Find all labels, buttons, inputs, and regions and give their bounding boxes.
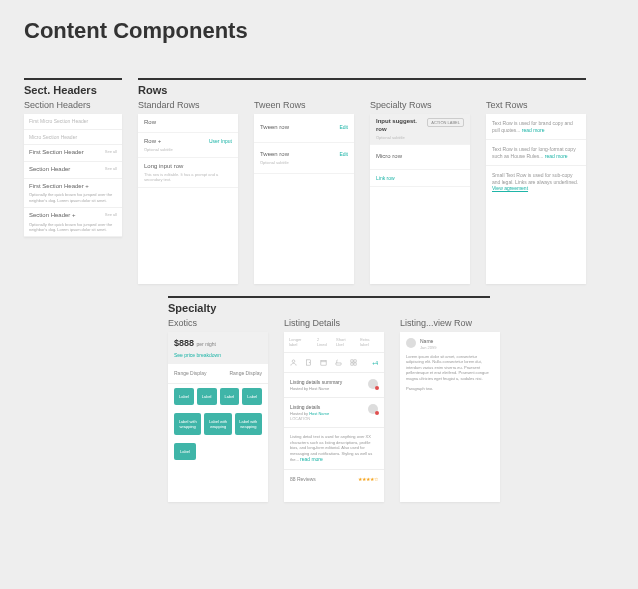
action-button[interactable]: ACTION LABEL [427, 118, 464, 127]
exotics-sub: Exotics [168, 318, 268, 328]
standard-rows-col: Standard Rows Row User InputRow +Optiona… [138, 100, 238, 284]
host-avatar [368, 379, 378, 389]
review-sub: Listing...view Row [400, 318, 500, 328]
text-row: Text Row is used for brand copy and pull… [486, 114, 586, 140]
read-more-link[interactable]: read more [522, 127, 545, 133]
chip[interactable]: Label [174, 443, 196, 460]
price-unit: per night [197, 341, 216, 347]
micro-row[interactable]: Micro row [370, 145, 470, 170]
reviewer-avatar [406, 338, 416, 348]
range-row: Range Display Range Display [168, 364, 268, 384]
chip[interactable]: Label with wrapping [235, 413, 262, 435]
tween-row[interactable]: EditTween row [254, 114, 354, 143]
review-body-2: Paragraph two. [406, 386, 494, 392]
link-row-label[interactable]: Link row [376, 175, 395, 181]
chip[interactable]: Label [174, 388, 194, 405]
range-label: Range Display [174, 370, 207, 376]
view-agreement-link[interactable]: View agreement [492, 185, 528, 191]
sect-item-title: First Section Header + [29, 183, 89, 189]
text-row-copy: Small Text Row is used for sub-copy and … [492, 172, 578, 185]
sect-item: Micro Section Header [24, 130, 122, 146]
tween-rows-sub: Tween Rows [254, 100, 354, 110]
chip[interactable]: Label with wrapping [204, 413, 231, 435]
row-label: Row + [144, 138, 161, 144]
tab[interactable]: 2 Lined [317, 337, 330, 347]
listing-summary-row[interactable]: Listing details summary Hosted by Host N… [284, 373, 384, 398]
read-more-link[interactable]: read more [300, 456, 323, 462]
see-all-link[interactable]: See all [105, 166, 117, 171]
tween-rows-card: EditTween row EditTween rowOptional subt… [254, 114, 354, 284]
text-rows-card: Text Row is used for brand copy and pull… [486, 114, 586, 284]
standard-row[interactable]: User InputRow +Optional subtitle [138, 133, 238, 158]
exotics-card: $888 per night See price breakdown Range… [168, 332, 268, 502]
exotics-col: Exotics $888 per night See price breakdo… [168, 318, 268, 502]
sect-item-title: Section Header [29, 166, 70, 172]
price-value: $888 [174, 338, 194, 348]
review-row-col: Listing...view Row Name Jan 2099 Lorem i… [400, 318, 500, 502]
sect-item: First Section Header +Optionally the qui… [24, 179, 122, 208]
bath-icon [335, 359, 342, 366]
section-headers-column: Sect. Headers Section Headers First Micr… [24, 78, 122, 284]
chip[interactable]: Label with wrapping [174, 413, 201, 435]
see-all-link[interactable]: See all [105, 149, 117, 154]
chip[interactable]: Label [220, 388, 240, 405]
rows-title: Rows [138, 78, 586, 96]
row-label: Micro row [376, 153, 402, 159]
edit-action[interactable]: Edit [339, 151, 348, 158]
more-count[interactable]: +4 [372, 360, 378, 367]
sect-item-desc: Optionally the quick brown fox jumped ov… [29, 222, 117, 232]
tab[interactable]: Short Lbel [336, 337, 354, 347]
chip[interactable]: Label [242, 388, 262, 405]
row-label: Tween row [260, 151, 289, 157]
see-all-link[interactable]: See all [105, 212, 117, 217]
reviews-count: 88 Reviews [290, 476, 316, 483]
row-label: Row [144, 119, 156, 125]
standard-row[interactable]: Row [138, 114, 238, 133]
svg-point-0 [292, 360, 295, 363]
sect-headers-sub: Section Headers [24, 100, 122, 110]
row-sub: Optional subtitle [144, 147, 232, 152]
svg-rect-7 [354, 363, 356, 365]
host-name-link[interactable]: Host Name [309, 411, 329, 416]
chip[interactable]: Label [197, 388, 217, 405]
sect-item-title: First Micro Section Header [29, 118, 88, 124]
user-icon [290, 359, 297, 366]
row-label: Input suggest. row [376, 118, 417, 132]
svg-rect-5 [354, 360, 356, 362]
standard-rows-card: Row User InputRow +Optional subtitle Lon… [138, 114, 238, 284]
reviews-row[interactable]: 88 Reviews ★★★★☆ [284, 469, 384, 489]
rows-column: Rows Standard Rows Row User InputRow +Op… [138, 78, 586, 284]
price-breakdown-link[interactable]: See price breakdown [174, 352, 262, 359]
text-rows-col: Text Rows Text Row is used for brand cop… [486, 100, 586, 284]
door-icon [305, 359, 312, 366]
standard-row[interactable]: Long input rowThis row is editable. It h… [138, 158, 238, 188]
listing-sub: Listing Details [284, 318, 384, 328]
row-action[interactable]: User Input [209, 138, 232, 145]
chip-row: Label Label Label Label [168, 384, 268, 409]
range-label: Range Display [229, 370, 262, 376]
sect-item-title: Micro Section Header [29, 134, 77, 140]
link-row[interactable]: Link row [370, 170, 470, 188]
sect-item: See allSection Header [24, 162, 122, 179]
host-prefix: Hosted by [290, 411, 308, 416]
sect-item: See allFirst Section Header [24, 145, 122, 162]
text-row: Text Row is used for long-format copy su… [486, 140, 586, 166]
edit-action[interactable]: Edit [339, 124, 348, 131]
sect-headers-title: Sect. Headers [24, 78, 122, 96]
input-suggest-row[interactable]: ACTION LABELInput suggest. rowOptional s… [370, 114, 470, 145]
badge-dot [375, 411, 379, 415]
tween-row[interactable]: EditTween rowOptional subtitle [254, 143, 354, 174]
specialty-section: Specialty Exotics $888 per night See pri… [168, 296, 614, 502]
review-header: Name Jan 2099 [406, 338, 494, 350]
tab[interactable]: Extra label [360, 337, 379, 347]
row-sub: This row is editable. It has a prompt an… [144, 172, 232, 182]
listing-summary-host: Hosted by Host Name [290, 386, 378, 391]
tab[interactable]: Longer label [289, 337, 311, 347]
listing-body: Listing detail text is used for anything… [284, 428, 384, 469]
review-date: Jan 2099 [420, 345, 436, 350]
read-more-link[interactable]: read more [545, 153, 568, 159]
sect-item-title: First Section Header [29, 149, 84, 155]
listing-details-row[interactable]: Listing details Hosted by Host Name LOCA… [284, 398, 384, 428]
page-title: Content Components [24, 18, 614, 44]
listing-details-col: Listing Details Longer label 2 Lined Sho… [284, 318, 384, 502]
